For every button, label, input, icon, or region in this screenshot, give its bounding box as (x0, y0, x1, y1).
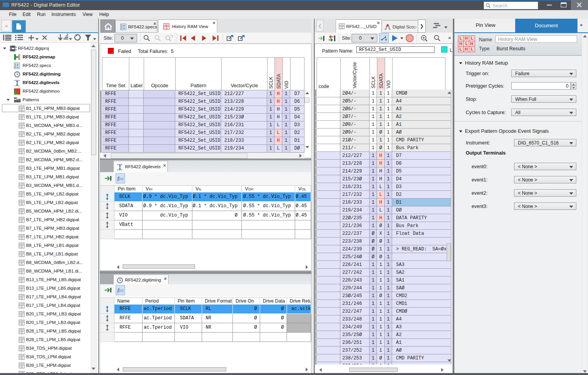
svg-text:H: H (22, 294, 24, 297)
svg-text:1: 1 (19, 366, 21, 368)
svg-text:H: H (22, 252, 24, 254)
svg-text:L: L (342, 27, 343, 29)
svg-text:1: 1 (19, 263, 21, 265)
svg-text:1: 1 (340, 27, 341, 29)
svg-text:0: 0 (19, 209, 21, 211)
svg-text:0: 0 (19, 303, 21, 305)
svg-text:L: L (22, 254, 23, 257)
svg-text:1: 1 (19, 254, 21, 257)
svg-text:L: L (22, 331, 23, 334)
svg-text:0: 0 (19, 260, 21, 262)
svg-text:1: 1 (19, 314, 21, 317)
svg-text:0: 0 (19, 234, 21, 237)
svg-text:L: L (22, 143, 23, 145)
svg-text:1: 1 (19, 109, 21, 111)
svg-text:0: 0 (19, 149, 21, 151)
svg-text:H: H (22, 312, 24, 314)
svg-text:1: 1 (19, 194, 21, 197)
svg-text:H: H (22, 260, 24, 262)
svg-text:0: 0 (19, 269, 21, 271)
svg-text:L: L (22, 297, 23, 299)
svg-text:0: 0 (19, 252, 21, 254)
svg-text:0: 0 (19, 277, 21, 280)
svg-text:H: H (22, 286, 24, 288)
svg-text:0: 0 (19, 200, 21, 202)
svg-text:H: H (470, 41, 474, 46)
svg-text:1: 1 (19, 323, 21, 325)
svg-text:H: H (22, 192, 24, 194)
svg-text:1: 1 (19, 203, 21, 205)
svg-text:0: 0 (19, 132, 21, 134)
svg-text:H: H (22, 226, 24, 228)
svg-text:L: L (22, 134, 23, 137)
svg-text:1: 1 (19, 331, 21, 334)
svg-text:H: H (22, 354, 24, 357)
svg-text:1: 1 (19, 349, 21, 351)
svg-text:1: 1 (19, 280, 21, 282)
svg-text:L: L (22, 229, 23, 231)
svg-text:1: 1 (19, 177, 21, 180)
svg-text:H: H (22, 269, 24, 271)
svg-text:H: H (22, 183, 24, 185)
svg-text:L: L (22, 186, 23, 188)
svg-text:L: L (22, 314, 23, 317)
svg-text:0: 0 (19, 157, 21, 160)
svg-text:L: L (22, 211, 23, 214)
svg-text:L: L (22, 306, 23, 308)
svg-text:0: 0 (19, 320, 21, 322)
svg-text:0: 0 (19, 226, 21, 228)
svg-text:L: L (22, 160, 23, 162)
svg-text:0: 0 (340, 24, 341, 26)
svg-text:L: L (22, 177, 23, 180)
svg-text:L: L (167, 27, 169, 29)
svg-text:H: H (465, 47, 468, 51)
svg-text:H: H (22, 303, 24, 305)
svg-text:L: L (22, 203, 23, 205)
svg-text:L: L (22, 220, 23, 222)
svg-text:1: 1 (19, 229, 21, 231)
svg-text:H: H (22, 217, 24, 220)
svg-text:0: 0 (19, 286, 21, 288)
svg-text:1: 1 (19, 126, 21, 128)
svg-text:0: 0 (19, 346, 21, 348)
svg-text:0: 0 (19, 140, 21, 143)
svg-text:H: H (22, 277, 24, 280)
svg-text:H: H (22, 200, 24, 202)
svg-text:H: H (22, 234, 24, 237)
svg-text:H: H (22, 106, 24, 108)
svg-text:L: L (22, 323, 23, 325)
svg-text:1: 1 (19, 357, 21, 359)
svg-text:0: 0 (19, 106, 21, 108)
svg-text:0: 0 (19, 174, 21, 177)
svg-text:L: L (164, 27, 166, 29)
svg-text:1: 1 (19, 237, 21, 239)
svg-text:0: 0 (19, 337, 21, 340)
svg-text:0: 0 (19, 123, 21, 125)
svg-text:H: H (465, 36, 468, 40)
svg-text:L: L (471, 47, 474, 51)
svg-text:1: 1 (19, 151, 21, 154)
svg-text:H: H (22, 209, 24, 211)
svg-text:0: 0 (19, 243, 21, 245)
svg-text:L: L (22, 289, 23, 291)
svg-text:0: 0 (19, 294, 21, 297)
svg-text:1: 1 (19, 211, 21, 214)
svg-text:H: H (342, 24, 344, 26)
svg-text:1: 1 (19, 271, 21, 274)
svg-text:L: L (22, 109, 23, 111)
svg-text:H: H (22, 174, 24, 177)
svg-text:H: H (22, 140, 24, 143)
svg-text:L: L (22, 271, 23, 274)
svg-text:H: H (22, 166, 24, 168)
svg-text:L: L (465, 41, 468, 46)
svg-text:H: H (167, 24, 169, 26)
svg-text:H: H (22, 329, 24, 331)
svg-text:H: H (22, 337, 24, 340)
svg-text:0: 0 (19, 312, 21, 314)
svg-text:L: L (22, 340, 23, 342)
svg-text:H: H (22, 149, 24, 151)
svg-text:1: 1 (19, 186, 21, 188)
svg-text:1: 1 (19, 169, 21, 171)
svg-text:1: 1 (19, 143, 21, 145)
svg-text:L: L (22, 366, 23, 368)
